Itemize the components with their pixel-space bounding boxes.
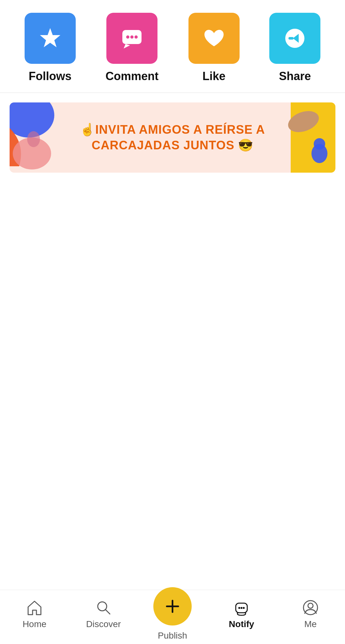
comment-icon: [119, 26, 145, 51]
svg-point-20: [238, 607, 240, 609]
main-content: [0, 182, 345, 565]
me-icon: [302, 599, 319, 617]
bottom-nav: Home Discover Publish Notify: [0, 590, 345, 644]
notify-nav-label: Notify: [229, 619, 254, 629]
star-icon: [37, 26, 63, 51]
share-icon-box: [269, 13, 320, 64]
banner-wrapper: ☝INVITA AMIGOS A REÍRSE A CARCAJADAS JUN…: [0, 93, 345, 182]
svg-point-21: [241, 607, 242, 609]
nav-notify[interactable]: Notify: [218, 599, 265, 629]
invite-banner[interactable]: ☝INVITA AMIGOS A REÍRSE A CARCAJADAS JUN…: [10, 102, 335, 173]
actions-row: Follows Comment Like: [0, 0, 345, 93]
heart-icon: [201, 26, 227, 51]
follows-icon-box: [25, 13, 76, 64]
svg-rect-7: [288, 37, 294, 40]
me-nav-label: Me: [304, 619, 317, 629]
svg-point-2: [126, 35, 129, 39]
discover-nav-label: Discover: [86, 619, 121, 629]
like-label: Like: [203, 70, 226, 83]
share-icon: [282, 26, 308, 51]
nav-me[interactable]: Me: [287, 599, 334, 629]
svg-point-22: [243, 607, 245, 609]
svg-point-24: [308, 603, 313, 608]
action-share[interactable]: Share: [269, 13, 320, 83]
action-like[interactable]: Like: [188, 13, 240, 83]
banner-text: ☝INVITA AMIGOS A REÍRSE A CARCAJADAS JUN…: [10, 122, 335, 154]
comment-label: Comment: [105, 70, 158, 83]
svg-marker-0: [40, 28, 60, 47]
svg-marker-5: [124, 44, 130, 49]
action-follows[interactable]: Follows: [25, 13, 76, 83]
home-nav-label: Home: [23, 619, 47, 629]
home-icon: [26, 599, 43, 617]
share-label: Share: [279, 70, 311, 83]
follows-label: Follows: [29, 70, 72, 83]
nav-discover[interactable]: Discover: [80, 599, 127, 629]
plus-icon: [162, 596, 183, 617]
nav-home[interactable]: Home: [11, 599, 58, 629]
discover-search-icon: [95, 599, 112, 617]
svg-line-16: [105, 610, 110, 614]
publish-button[interactable]: [153, 587, 192, 625]
svg-point-4: [134, 35, 138, 39]
like-icon-box: [188, 13, 240, 64]
action-comment[interactable]: Comment: [105, 13, 158, 83]
comment-icon-box: [106, 13, 157, 64]
notify-icon: [233, 599, 250, 617]
publish-nav-label: Publish: [158, 631, 187, 641]
nav-publish[interactable]: Publish: [149, 587, 196, 641]
svg-point-3: [130, 35, 134, 39]
